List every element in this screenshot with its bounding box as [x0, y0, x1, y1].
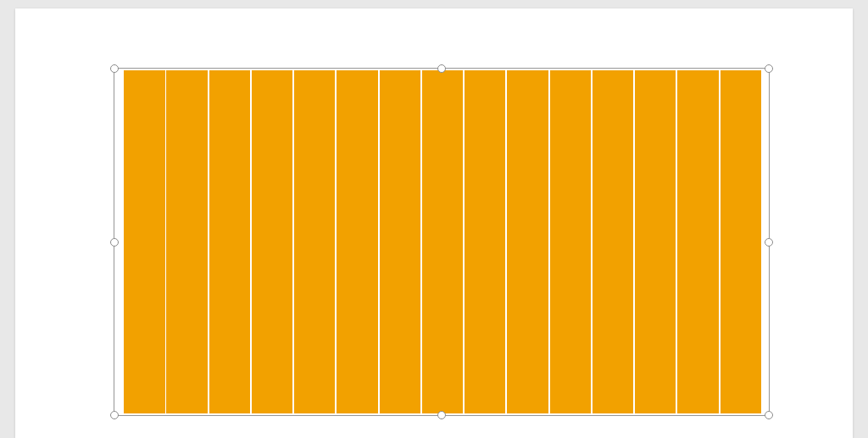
resize-handle-bottom-middle[interactable] [437, 411, 446, 419]
bar-slot [634, 70, 676, 413]
bar[interactable] [252, 70, 292, 413]
bar[interactable] [550, 70, 591, 413]
bar-slot [293, 70, 336, 413]
resize-handle-top-left[interactable] [110, 64, 119, 73]
bar[interactable] [677, 70, 718, 413]
bar-slot [506, 70, 548, 413]
bar-slot [209, 70, 251, 413]
bar-slot [379, 70, 421, 413]
bar[interactable] [337, 70, 377, 413]
bar-slot [592, 70, 634, 413]
bar-slot [549, 70, 592, 413]
bar-slot [251, 70, 293, 413]
bar[interactable] [380, 70, 420, 413]
resize-handle-bottom-left[interactable] [110, 411, 119, 419]
bar-slot [165, 70, 208, 413]
resize-handle-top-middle[interactable] [437, 64, 446, 73]
bar[interactable] [507, 70, 548, 413]
document-page [15, 8, 853, 438]
bar-slot [676, 70, 719, 413]
bar-slot [464, 70, 506, 413]
bar-slot [123, 70, 165, 413]
bar[interactable] [422, 70, 463, 413]
plot-area[interactable] [123, 70, 762, 413]
bar[interactable] [166, 70, 207, 413]
resize-handle-middle-left[interactable] [110, 238, 119, 247]
chart-object[interactable] [114, 68, 770, 416]
resize-handle-bottom-right[interactable] [765, 411, 773, 419]
bar[interactable] [209, 70, 250, 413]
bar[interactable] [593, 70, 633, 413]
resize-handle-top-right[interactable] [765, 64, 773, 73]
bar[interactable] [294, 70, 335, 413]
bar[interactable] [721, 70, 761, 413]
bar[interactable] [124, 70, 165, 413]
resize-handle-middle-right[interactable] [765, 238, 773, 247]
bar-slot [720, 70, 762, 413]
bar-slot [421, 70, 464, 413]
bar[interactable] [635, 70, 676, 413]
bar-slot [336, 70, 378, 413]
bar[interactable] [465, 70, 505, 413]
